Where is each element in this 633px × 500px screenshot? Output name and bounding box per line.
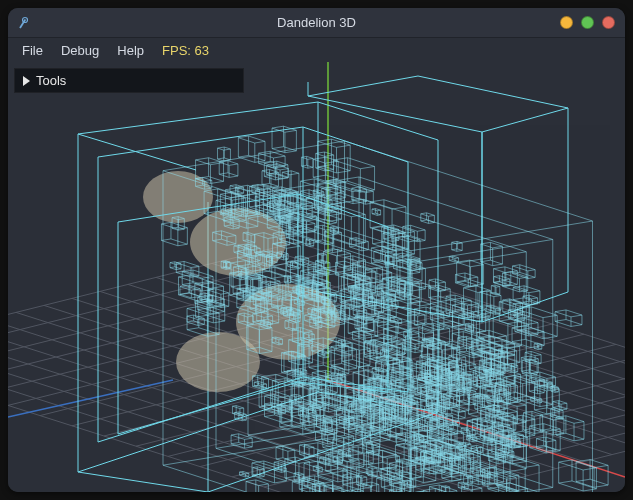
app-window: Dandelion 3D File Debug Help FPS: 63	[8, 8, 625, 492]
tools-panel[interactable]: Tools	[14, 68, 244, 93]
menu-file[interactable]: File	[14, 41, 51, 60]
close-button[interactable]	[602, 16, 615, 29]
svg-point-1	[24, 19, 26, 21]
menubar: File Debug Help FPS: 63	[8, 38, 625, 62]
viewport[interactable]: Tools	[8, 62, 625, 492]
scene-canvas[interactable]	[8, 62, 625, 492]
expand-icon	[23, 76, 30, 86]
svg-point-39	[176, 332, 260, 392]
tools-panel-header[interactable]: Tools	[15, 69, 243, 92]
menu-debug[interactable]: Debug	[53, 41, 107, 60]
app-icon	[18, 16, 32, 30]
minimize-button[interactable]	[560, 16, 573, 29]
tools-panel-title: Tools	[36, 73, 66, 88]
fps-counter: FPS: 63	[154, 41, 217, 60]
model-wireframe	[161, 126, 608, 492]
titlebar[interactable]: Dandelion 3D	[8, 8, 625, 38]
maximize-button[interactable]	[581, 16, 594, 29]
menu-help[interactable]: Help	[109, 41, 152, 60]
window-controls	[560, 8, 615, 37]
axis-z-line	[8, 380, 173, 417]
window-title: Dandelion 3D	[8, 15, 625, 30]
